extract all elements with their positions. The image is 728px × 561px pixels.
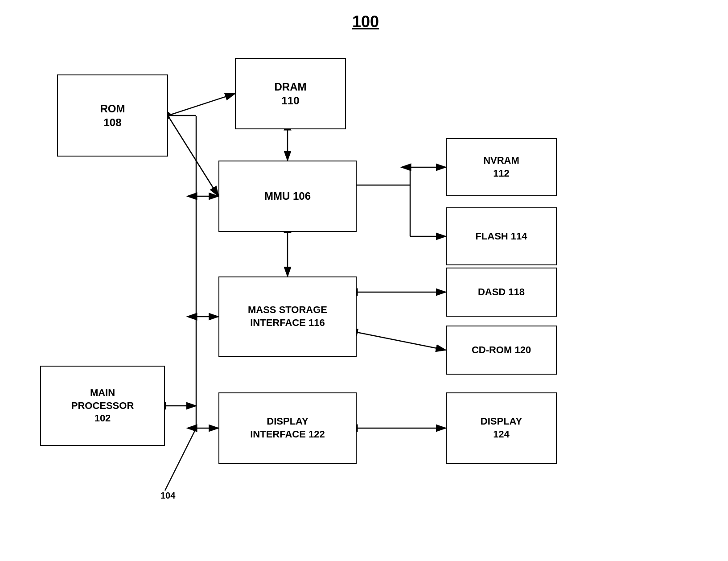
svg-line-5 [168,94,235,116]
block-main-processor-label: MAINPROCESSOR102 [71,387,134,425]
block-flash-label: FLASH 114 [475,230,527,243]
block-dasd-label: DASD 118 [478,286,525,299]
block-nvram: NVRAM112 [446,138,557,196]
block-rom: ROM108 [57,74,168,157]
diagram: 100 [0,0,728,561]
block-dram: DRAM110 [235,58,346,129]
block-flash: FLASH 114 [446,207,557,265]
block-dasd: DASD 118 [446,268,557,317]
block-rom-label: ROM108 [100,102,125,129]
block-nvram-label: NVRAM112 [483,154,519,180]
block-display-interface-label: DISPLAYINTERFACE 122 [250,415,325,441]
svg-line-13 [357,332,446,350]
block-display-interface: DISPLAYINTERFACE 122 [218,392,357,464]
block-dram-label: DRAM110 [275,80,307,107]
diagram-title: 100 [339,12,392,31]
block-main-processor: MAINPROCESSOR102 [40,366,165,446]
block-mass-storage-label: MASS STORAGEINTERFACE 116 [248,304,327,329]
block-mass-storage: MASS STORAGEINTERFACE 116 [218,276,357,357]
block-display-label: DISPLAY124 [481,415,522,441]
block-mmu: MMU 106 [218,161,357,232]
block-mmu-label: MMU 106 [264,189,311,203]
svg-line-4 [168,116,218,196]
block-cdrom: CD-ROM 120 [446,326,557,375]
label-104: 104 [160,491,175,501]
block-display: DISPLAY124 [446,392,557,464]
block-cdrom-label: CD-ROM 120 [472,344,531,357]
